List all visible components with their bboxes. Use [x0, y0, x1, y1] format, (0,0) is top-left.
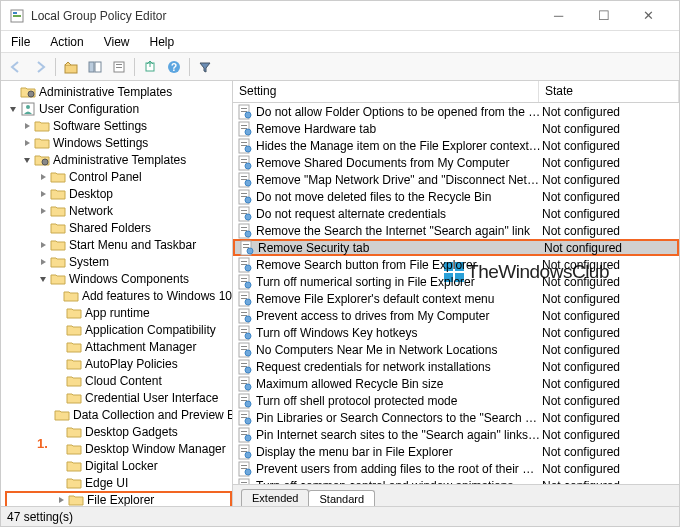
setting-row[interactable]: Do not request alternate credentialsNot …	[233, 205, 679, 222]
setting-row[interactable]: Turn off shell protocol protected modeNo…	[233, 392, 679, 409]
folder-icon	[50, 254, 66, 270]
tree-item[interactable]: Cloud Content	[5, 372, 232, 389]
setting-row[interactable]: Remove File Explorer's default context m…	[233, 290, 679, 307]
tree-item[interactable]: Control Panel	[5, 168, 232, 185]
folder-icon	[50, 271, 66, 287]
window-title: Local Group Policy Editor	[31, 9, 536, 23]
tree-item[interactable]: Credential User Interface	[5, 389, 232, 406]
expand-closed-icon[interactable]	[37, 188, 49, 200]
tree-item[interactable]: Windows Settings	[5, 134, 232, 151]
tab-extended[interactable]: Extended	[241, 489, 309, 506]
setting-row[interactable]: Turn off numerical sorting in File Explo…	[233, 273, 679, 290]
tree-item[interactable]: Administrative Templates	[5, 83, 232, 100]
help-button[interactable]: ?	[163, 56, 185, 78]
expand-open-icon[interactable]	[7, 103, 19, 115]
setting-row[interactable]: Prevent access to drives from My Compute…	[233, 307, 679, 324]
svg-rect-22	[241, 111, 247, 112]
tree-item[interactable]: Software Settings	[5, 117, 232, 134]
expand-open-icon[interactable]	[21, 154, 33, 166]
minimize-button[interactable]: ─	[536, 2, 581, 30]
svg-rect-37	[241, 176, 247, 177]
setting-row[interactable]: Remove Security tabNot configured	[233, 239, 679, 256]
expand-closed-icon[interactable]	[21, 137, 33, 149]
folder-icon	[66, 424, 82, 440]
show-hide-button[interactable]	[84, 56, 106, 78]
setting-row[interactable]: Turn off common control and window anima…	[233, 477, 679, 484]
setting-row[interactable]: Maximum allowed Recycle Bin sizeNot conf…	[233, 375, 679, 392]
setting-row[interactable]: Pin Internet search sites to the "Search…	[233, 426, 679, 443]
tree-item[interactable]: Shared Folders	[5, 219, 232, 236]
tab-standard[interactable]: Standard	[308, 490, 375, 506]
list-body[interactable]: 2. TheWindowsClub Do not allow Folder Op…	[233, 103, 679, 484]
setting-row[interactable]: Hides the Manage item on the File Explor…	[233, 137, 679, 154]
menu-help[interactable]: Help	[146, 33, 179, 51]
tree-item-label: Network	[69, 204, 113, 218]
setting-row[interactable]: Pin Libraries or Search Connectors to th…	[233, 409, 679, 426]
setting-row[interactable]: Remove Hardware tabNot configured	[233, 120, 679, 137]
setting-row[interactable]: Remove "Map Network Drive" and "Disconne…	[233, 171, 679, 188]
annotation-step-1: 1.	[37, 436, 48, 451]
expand-closed-icon[interactable]	[55, 494, 67, 506]
setting-row[interactable]: Do not allow Folder Options to be opened…	[233, 103, 679, 120]
setting-row[interactable]: Turn off Windows Key hotkeysNot configur…	[233, 324, 679, 341]
setting-row[interactable]: Request credentials for network installa…	[233, 358, 679, 375]
expand-closed-icon[interactable]	[37, 239, 49, 251]
folder-icon	[50, 237, 66, 253]
filter-button[interactable]	[194, 56, 216, 78]
tree-item[interactable]: Windows Components	[5, 270, 232, 287]
expand-spacer	[53, 341, 65, 353]
expand-closed-icon[interactable]	[21, 120, 33, 132]
setting-row[interactable]: Display the menu bar in File ExplorerNot…	[233, 443, 679, 460]
tree-item[interactable]: Desktop	[5, 185, 232, 202]
setting-row[interactable]: No Computers Near Me in Network Location…	[233, 341, 679, 358]
expand-closed-icon[interactable]	[37, 171, 49, 183]
export-button[interactable]	[139, 56, 161, 78]
folder-icon	[66, 356, 82, 372]
tree-item[interactable]: Edge UI	[5, 474, 232, 491]
tree-item[interactable]: Start Menu and Taskbar	[5, 236, 232, 253]
menu-file[interactable]: File	[7, 33, 34, 51]
tree-item[interactable]: Data Collection and Preview Bu	[5, 406, 232, 423]
properties-button[interactable]	[108, 56, 130, 78]
column-state[interactable]: State	[539, 81, 679, 102]
policy-icon	[237, 206, 253, 222]
expand-closed-icon[interactable]	[37, 256, 49, 268]
tree-pane[interactable]: 1. Administrative TemplatesUser Configur…	[1, 81, 233, 506]
expand-closed-icon[interactable]	[37, 205, 49, 217]
expand-open-icon[interactable]	[37, 273, 49, 285]
maximize-button[interactable]: ☐	[581, 2, 626, 30]
tree-item[interactable]: App runtime	[5, 304, 232, 321]
column-setting[interactable]: Setting	[233, 81, 539, 102]
tree-item[interactable]: Application Compatibility	[5, 321, 232, 338]
tree-item[interactable]: Digital Locker	[5, 457, 232, 474]
tree-item[interactable]: Attachment Manager	[5, 338, 232, 355]
setting-row[interactable]: Prevent users from adding files to the r…	[233, 460, 679, 477]
close-button[interactable]: ✕	[626, 2, 671, 30]
menu-action[interactable]: Action	[46, 33, 87, 51]
svg-rect-73	[241, 329, 247, 330]
tree-item[interactable]: AutoPlay Policies	[5, 355, 232, 372]
tree-item[interactable]: Add features to Windows 10	[5, 287, 232, 304]
svg-rect-106	[241, 468, 247, 469]
setting-row[interactable]: Do not move deleted files to the Recycle…	[233, 188, 679, 205]
setting-label: Turn off common control and window anima…	[256, 479, 542, 485]
svg-rect-78	[241, 349, 247, 350]
tree-item[interactable]: System	[5, 253, 232, 270]
tree-item[interactable]: File Explorer	[5, 491, 232, 506]
tree-item[interactable]: Network	[5, 202, 232, 219]
setting-row[interactable]: Remove Search button from File ExplorerN…	[233, 256, 679, 273]
tree-item[interactable]: Administrative Templates	[5, 151, 232, 168]
menu-view[interactable]: View	[100, 33, 134, 51]
tree-item[interactable]: User Configuration	[5, 100, 232, 117]
svg-rect-97	[241, 431, 247, 432]
policy-icon	[237, 257, 253, 273]
setting-row[interactable]: Remove Shared Documents from My Computer…	[233, 154, 679, 171]
setting-state: Not configured	[542, 309, 620, 323]
svg-rect-30	[241, 145, 247, 146]
back-button	[5, 56, 27, 78]
policy-icon	[237, 410, 253, 426]
setting-state: Not configured	[542, 462, 620, 476]
svg-point-35	[245, 163, 251, 169]
setting-row[interactable]: Remove the Search the Internet "Search a…	[233, 222, 679, 239]
up-folder-button[interactable]	[60, 56, 82, 78]
